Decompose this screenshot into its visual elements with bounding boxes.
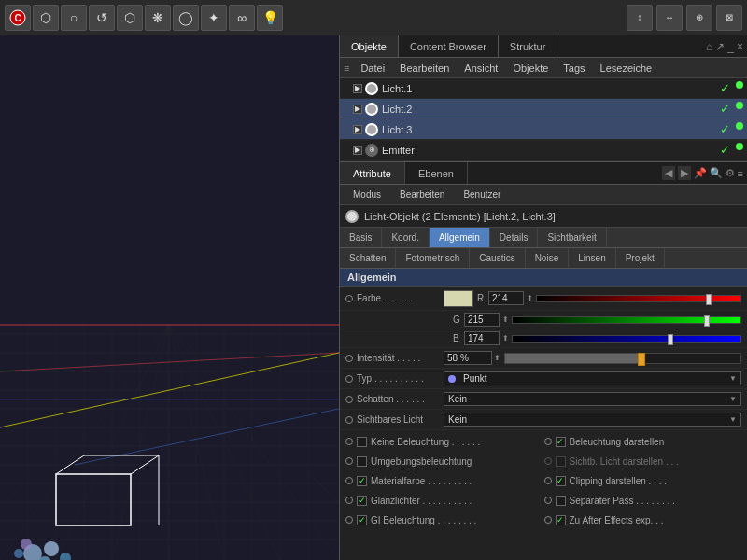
sub-tab-basis[interactable]: Basis: [340, 228, 382, 247]
cb-row-keine-beleuchtung: Keine Beleuchtung . . . . . .: [345, 432, 543, 451]
cb-dot-beleuchtung-darstellen: [544, 438, 552, 445]
toolbar-icon-nav1[interactable]: ↕: [627, 5, 653, 31]
farbe-b-bar[interactable]: [512, 335, 741, 343]
toolbar-icon-flower[interactable]: ❋: [145, 5, 171, 31]
attr-tab-attribute[interactable]: Attribute: [340, 162, 405, 184]
prop-dot-sichtbares-licht: [345, 416, 353, 424]
menu-ansicht[interactable]: Ansicht: [457, 61, 505, 76]
viewport[interactable]: [0, 35, 339, 560]
cb-gi-beleuchtung[interactable]: [357, 515, 367, 525]
sub-tab-fotometrisch[interactable]: Fotometrisch: [396, 248, 470, 268]
panel-icon-home[interactable]: ⌂: [706, 40, 712, 53]
farbe-r-slider[interactable]: [706, 294, 712, 305]
toolbar-icon-shape[interactable]: ⬡: [117, 5, 143, 31]
attr-icon-gear[interactable]: ⚙: [726, 167, 735, 179]
farbe-g-bar[interactable]: [512, 316, 741, 324]
sub-tab-bar-row2: Schatten Fotometrisch Caustics Noise Lin…: [340, 248, 747, 269]
sub-tab-noise[interactable]: Noise: [526, 248, 570, 268]
collapse-licht3[interactable]: ▶: [353, 125, 362, 134]
toolbar-icon-cube[interactable]: ⬡: [33, 5, 59, 31]
farbe-r-bar[interactable]: [536, 295, 741, 302]
obj-icons-licht1: ✓: [720, 81, 743, 95]
cb-after-effects[interactable]: [556, 515, 566, 525]
svg-point-50: [14, 549, 23, 558]
attr-icon-arrow-left[interactable]: ◀: [662, 166, 675, 180]
attr-tab-ebenen[interactable]: Ebenen: [405, 162, 468, 184]
obj-row-licht3[interactable]: ▶ Licht.3 ✓: [340, 119, 747, 140]
prop-row-intensitaet: Intensität . . . . . ⬆: [340, 348, 747, 369]
obj-row-licht2[interactable]: ▶ Licht.2 ✓: [340, 99, 747, 119]
viewport-canvas: [0, 35, 339, 560]
intensitaet-bar[interactable]: [504, 353, 741, 364]
object-list[interactable]: ▶ Licht.1 ✓ ▶ Licht.2 ✓: [340, 78, 747, 162]
btn-benutzer[interactable]: Benutzer: [456, 189, 508, 201]
collapse-licht1[interactable]: ▶: [353, 84, 362, 93]
cb-separater-pass[interactable]: [556, 496, 566, 506]
attr-icon-pin[interactable]: 📌: [694, 167, 707, 179]
main-layout: Objekte Content Browser Struktur ⌂ ↗ _ ×…: [0, 35, 747, 560]
toolbar-icon-sphere[interactable]: ○: [61, 5, 87, 31]
intensitaet-input[interactable]: [444, 351, 492, 365]
sichtbares-licht-dropdown[interactable]: Kein ▼: [444, 413, 741, 427]
color-swatch-farbe[interactable]: [444, 290, 473, 307]
tab-struktur[interactable]: Struktur: [499, 35, 558, 57]
toolbar-icon-star[interactable]: ✦: [201, 5, 227, 31]
menu-datei[interactable]: Datei: [353, 61, 392, 76]
typ-dropdown[interactable]: Punkt ▼: [444, 371, 741, 385]
sub-tab-projekt[interactable]: Projekt: [616, 248, 665, 268]
farbe-r-label: R: [477, 293, 488, 303]
btn-modus[interactable]: Modus: [345, 189, 388, 201]
sub-tab-details[interactable]: Details: [490, 228, 539, 247]
menu-bearbeiten[interactable]: Bearbeiten: [392, 61, 457, 76]
cb-glanzlichter[interactable]: [357, 496, 367, 506]
obj-icons-emitter: ✓: [720, 143, 743, 157]
tab-objekte[interactable]: Objekte: [340, 35, 399, 57]
cb-clipping[interactable]: [556, 476, 566, 486]
sub-tab-allgemein[interactable]: Allgemein: [430, 228, 490, 247]
attr-icon-menu[interactable]: ≡: [738, 168, 743, 179]
toolbar-icon-nav3[interactable]: ⊕: [686, 5, 712, 31]
intensitaet-slider[interactable]: [638, 353, 645, 366]
cb-keine-beleuchtung[interactable]: [357, 437, 367, 447]
farbe-g-input[interactable]: [464, 313, 500, 327]
toolbar-icon-nav4[interactable]: ⊠: [716, 5, 742, 31]
schatten-dropdown[interactable]: Kein ▼: [444, 392, 741, 406]
menu-tags[interactable]: Tags: [556, 61, 592, 76]
menu-objekte[interactable]: Objekte: [505, 61, 556, 76]
attr-icon-search[interactable]: 🔍: [710, 167, 723, 179]
sub-tab-sichtbarkeit[interactable]: Sichtbarkeit: [538, 228, 606, 247]
farbe-b-slider[interactable]: [668, 334, 673, 345]
tab-content-browser[interactable]: Content Browser: [399, 35, 499, 57]
cb-umgebungsbeleuchtung[interactable]: [357, 456, 367, 467]
sub-tab-linsen[interactable]: Linsen: [569, 248, 615, 268]
panel-icon-close[interactable]: ×: [737, 40, 743, 53]
btn-bearbeiten[interactable]: Bearbeiten: [392, 189, 452, 201]
menu-lesezeiche[interactable]: Lesezeiche: [593, 61, 660, 76]
cb-materialfarbe[interactable]: [357, 476, 367, 486]
toolbar-icon-logo[interactable]: C: [5, 5, 31, 31]
toolbar-icon-rotate[interactable]: ↺: [89, 5, 115, 31]
sub-tab-caustics[interactable]: Caustics: [470, 248, 525, 268]
farbe-b-input[interactable]: [464, 331, 500, 345]
collapse-licht2[interactable]: ▶: [353, 105, 362, 114]
obj-row-licht1[interactable]: ▶ Licht.1 ✓: [340, 78, 747, 99]
cb-sichtb-licht[interactable]: [556, 456, 566, 467]
sub-tab-koord[interactable]: Koord.: [382, 228, 429, 247]
toolbar-icon-circle[interactable]: ◯: [173, 5, 199, 31]
toolbar-icon-light[interactable]: 💡: [257, 5, 283, 31]
prop-row-typ: Typ . . . . . . . . . . Punkt ▼: [340, 369, 747, 389]
farbe-g-slider[interactable]: [704, 315, 710, 327]
collapse-emitter[interactable]: ▶: [353, 146, 362, 155]
panel-icon-min[interactable]: _: [727, 40, 734, 53]
cb-dot-separater-pass: [544, 497, 552, 504]
farbe-r-input[interactable]: [488, 291, 524, 305]
obj-row-emitter[interactable]: ▶ ⊕ Emitter ✓: [340, 140, 747, 161]
farbe-g-arrows: ⬆: [502, 315, 509, 324]
toolbar-icon-nav2[interactable]: ↔: [656, 5, 683, 31]
attr-icon-arrow-right[interactable]: ▶: [678, 166, 691, 180]
collapse-icon: ≡: [344, 63, 349, 74]
toolbar-icon-infinity[interactable]: ∞: [229, 5, 255, 31]
sub-tab-schatten[interactable]: Schatten: [340, 248, 396, 268]
cb-beleuchtung-darstellen[interactable]: [556, 437, 566, 447]
panel-icon-arrow[interactable]: ↗: [715, 40, 725, 53]
